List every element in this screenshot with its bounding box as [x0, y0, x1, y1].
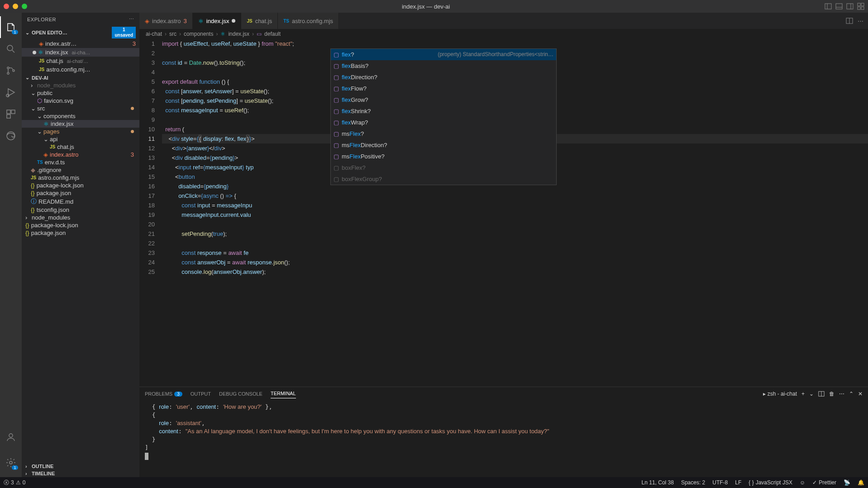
panel-bottom-icon[interactable] — [835, 3, 843, 10]
tree-file[interactable]: {}package-lock.json — [22, 182, 139, 189]
suggest-item[interactable]: ▢boxFlex? — [331, 162, 556, 173]
window-controls[interactable] — [4, 4, 27, 9]
open-editor-item[interactable]: JSchat.jsai-chat/… — [22, 57, 139, 65]
layout-grid-icon[interactable] — [857, 3, 864, 10]
suggest-item[interactable]: ▢msFlex? — [331, 128, 556, 139]
activity-source-control[interactable] — [0, 60, 22, 81]
status-feedback-icon[interactable]: 📡 — [844, 479, 850, 486]
tree-file[interactable]: ◈index.astro3 — [22, 151, 139, 158]
status-copilot-icon[interactable]: ☺ — [800, 479, 805, 486]
more-actions-icon[interactable]: ⋯ — [858, 18, 863, 24]
tab-astro-config[interactable]: TSastro.config.mjs — [278, 13, 339, 29]
suggest-item[interactable]: ▢boxFlexGroup? — [331, 173, 556, 185]
status-prettier[interactable]: ✓ Prettier — [812, 479, 836, 486]
panel-tab-problems[interactable]: PROBLEMS3 — [145, 389, 182, 398]
tree-file[interactable]: ⓘREADME.md — [22, 197, 139, 206]
tree-folder[interactable]: ›node_modules — [22, 81, 139, 89]
activity-explorer[interactable]: 1 — [0, 16, 22, 38]
tab-chat-js[interactable]: JSchat.js — [241, 13, 278, 29]
minimize-window[interactable] — [13, 4, 18, 9]
tree-file[interactable]: JSchat.js — [22, 143, 139, 151]
panel-tab-terminal[interactable]: TERMINAL — [271, 389, 296, 398]
new-terminal-icon[interactable]: + — [801, 391, 805, 397]
suggest-item[interactable]: ▢flexShrink? — [331, 105, 556, 117]
explorer-title: EXPLORER — [27, 17, 56, 22]
code-content[interactable]: import { useEffect, useRef, useState } f… — [162, 39, 868, 387]
svg-rect-0 — [825, 4, 831, 9]
tree-folder[interactable]: ›node_modules — [22, 214, 139, 221]
tree-file[interactable]: ⬡favicon.svg — [22, 97, 139, 105]
svg-rect-8 — [858, 7, 860, 10]
suggest-item[interactable]: ▢msFlexDirection? — [331, 139, 556, 151]
suggest-item[interactable]: ▢ flex? (property) StandardShorthandProp… — [331, 49, 556, 60]
panel-tab-output[interactable]: OUTPUT — [191, 389, 211, 398]
maximize-window[interactable] — [22, 4, 27, 9]
maximize-panel-icon[interactable]: ⌃ — [849, 391, 854, 397]
tree-folder[interactable]: ⌄components — [22, 112, 139, 120]
code-editor[interactable]: 12345 678910 1112131415 1617181920 21222… — [139, 39, 868, 387]
suggest-item[interactable]: ▢flexFlow? — [331, 83, 556, 94]
tree-file[interactable]: {}package.json — [22, 189, 139, 197]
explorer-more-icon[interactable]: ⋯ — [129, 16, 134, 22]
panel-right-icon[interactable] — [846, 3, 854, 10]
close-window[interactable] — [4, 4, 9, 9]
open-editor-item[interactable]: ⚛index.jsxai-cha… — [22, 48, 139, 57]
svg-point-13 — [7, 72, 9, 74]
tree-folder[interactable]: ⌄pages — [22, 128, 139, 135]
project-header[interactable]: ⌄ DEV-AI — [22, 74, 139, 81]
tree-file[interactable]: JSastro.config.mjs — [22, 174, 139, 182]
svg-rect-16 — [7, 110, 10, 114]
activity-edge[interactable] — [0, 125, 22, 147]
suggest-item[interactable]: ▢flexDirection? — [331, 72, 556, 83]
tab-index-astro[interactable]: ◈index.astro3 — [139, 13, 193, 29]
status-indent[interactable]: Spaces: 2 — [681, 479, 705, 486]
svg-point-20 — [9, 434, 13, 437]
panel-tab-debug[interactable]: DEBUG CONSOLE — [219, 389, 262, 398]
tree-file[interactable]: TSenv.d.ts — [22, 158, 139, 166]
close-panel-icon[interactable]: ✕ — [858, 391, 863, 397]
open-editor-item[interactable]: ◈index.astr…3 — [22, 39, 139, 48]
open-editors-header[interactable]: ⌄ OPEN EDITO… 1unsaved — [22, 26, 139, 39]
status-eol[interactable]: LF — [735, 479, 741, 486]
suggest-item[interactable]: ▢flexWrap? — [331, 117, 556, 128]
terminal-shell-label[interactable]: ▸ zsh - ai-chat — [763, 391, 797, 397]
svg-rect-17 — [11, 110, 15, 114]
kill-terminal-icon[interactable]: 🗑 — [829, 391, 835, 397]
tree-file[interactable]: {}package.json — [22, 229, 139, 237]
outline-header[interactable]: ›OUTLINE — [22, 463, 139, 470]
tree-file[interactable]: ◆.gitignore — [22, 166, 139, 174]
activity-settings[interactable]: 1 — [0, 452, 22, 474]
status-language[interactable]: { } JavaScript JSX — [749, 479, 792, 486]
tree-file[interactable]: {}tsconfig.json — [22, 206, 139, 214]
tree-folder[interactable]: ⌄public — [22, 89, 139, 97]
layout-icon[interactable] — [825, 3, 832, 10]
split-editor-icon[interactable] — [846, 17, 853, 24]
tree-file[interactable]: {}package-lock.json — [22, 221, 139, 229]
svg-rect-6 — [858, 3, 860, 6]
activity-extensions[interactable] — [0, 103, 22, 125]
intellisense-popup[interactable]: ▢ flex? (property) StandardShorthandProp… — [330, 48, 557, 185]
tree-folder[interactable]: ⌄src — [22, 105, 139, 112]
breadcrumb[interactable]: ai-chat› src› components› ⚛index.jsx› ▭d… — [139, 29, 868, 39]
timeline-header[interactable]: ›TIMELINE — [22, 470, 139, 477]
status-cursor-pos[interactable]: Ln 11, Col 38 — [642, 479, 674, 486]
status-encoding[interactable]: UTF-8 — [712, 479, 728, 486]
terminal-output[interactable]: { role: 'user', content: 'How are you?' … — [139, 400, 868, 477]
suggest-item[interactable]: ▢msFlexPositive? — [331, 151, 556, 162]
tab-index-jsx[interactable]: ⚛index.jsx — [193, 13, 242, 29]
suggest-item[interactable]: ▢flexBasis? — [331, 60, 556, 72]
activity-run-debug[interactable] — [0, 81, 22, 103]
activity-search[interactable] — [0, 38, 22, 60]
status-errors[interactable]: ⓧ 3 ⚠ 0 — [4, 479, 25, 487]
svg-line-11 — [12, 50, 14, 53]
status-bell-icon[interactable]: 🔔 — [858, 479, 864, 486]
tree-folder[interactable]: ⌄api — [22, 135, 139, 143]
open-editor-item[interactable]: JSastro.config.mj… — [22, 65, 139, 74]
chevron-down-icon: ⌄ — [25, 30, 30, 36]
terminal-dropdown-icon[interactable]: ⌄ — [809, 391, 814, 397]
terminal-more-icon[interactable]: ⋯ — [839, 391, 844, 397]
tree-file[interactable]: ⚛index.jsx — [22, 120, 139, 128]
split-terminal-icon[interactable] — [818, 391, 825, 397]
suggest-item[interactable]: ▢flexGrow? — [331, 94, 556, 105]
activity-account[interactable] — [0, 426, 22, 448]
